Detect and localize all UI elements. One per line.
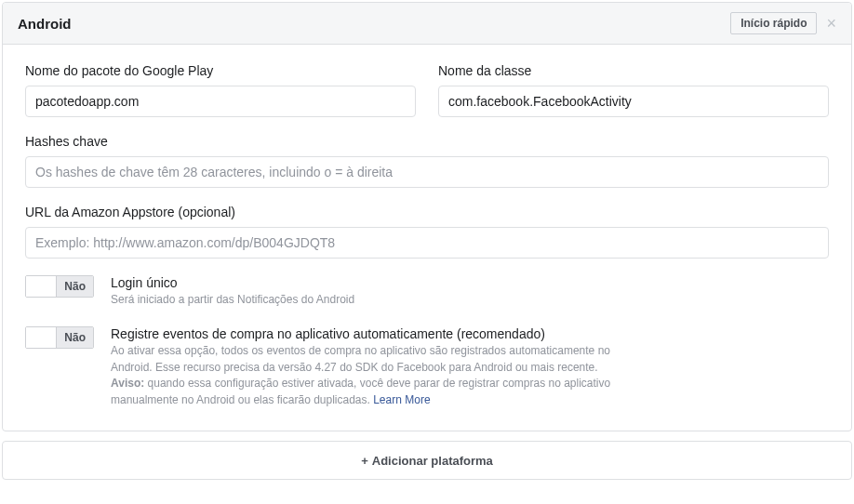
package-name-label: Nome do pacote do Google Play — [25, 63, 416, 78]
class-name-label: Nome da classe — [438, 63, 829, 78]
key-hashes-input[interactable] — [25, 156, 829, 188]
purchase-events-toggle[interactable]: Não — [25, 326, 94, 349]
learn-more-link[interactable]: Learn More — [373, 393, 430, 406]
amazon-url-input[interactable] — [25, 227, 829, 259]
header-actions: Início rápido × — [730, 12, 836, 34]
amazon-url-label: URL da Amazon Appstore (opcional) — [25, 205, 829, 219]
class-name-input[interactable] — [438, 86, 829, 117]
package-name-input[interactable] — [25, 86, 416, 117]
toggle-off-label: Não — [56, 327, 93, 348]
add-platform-label: Adicionar plataforma — [372, 454, 493, 468]
sso-title: Login único — [111, 275, 620, 290]
add-platform-button[interactable]: +Adicionar plataforma — [2, 441, 852, 480]
sso-description: Será iniciado a partir das Notificações … — [111, 292, 620, 308]
purchase-warn-text: quando essa configuração estiver ativada… — [111, 377, 610, 405]
purchase-desc-line1: Ao ativar essa opção, todos os eventos d… — [111, 344, 610, 373]
panel-body: Nome do pacote do Google Play Nome da cl… — [3, 45, 851, 431]
android-settings-panel: Android Início rápido × Nome do pacote d… — [2, 2, 852, 431]
key-hashes-label: Hashes chave — [25, 134, 829, 149]
purchase-events-description: Ao ativar essa opção, todos os eventos d… — [111, 343, 620, 408]
panel-header: Android Início rápido × — [3, 3, 851, 45]
panel-title: Android — [18, 16, 72, 32]
toggle-off-label: Não — [56, 276, 93, 297]
purchase-events-title: Registre eventos de compra no aplicativo… — [111, 326, 620, 341]
close-icon[interactable]: × — [826, 15, 836, 32]
quick-start-button[interactable]: Início rápido — [730, 12, 817, 34]
purchase-warn-label: Aviso: — [111, 377, 144, 390]
plus-icon: + — [361, 454, 368, 468]
sso-toggle[interactable]: Não — [25, 275, 94, 298]
